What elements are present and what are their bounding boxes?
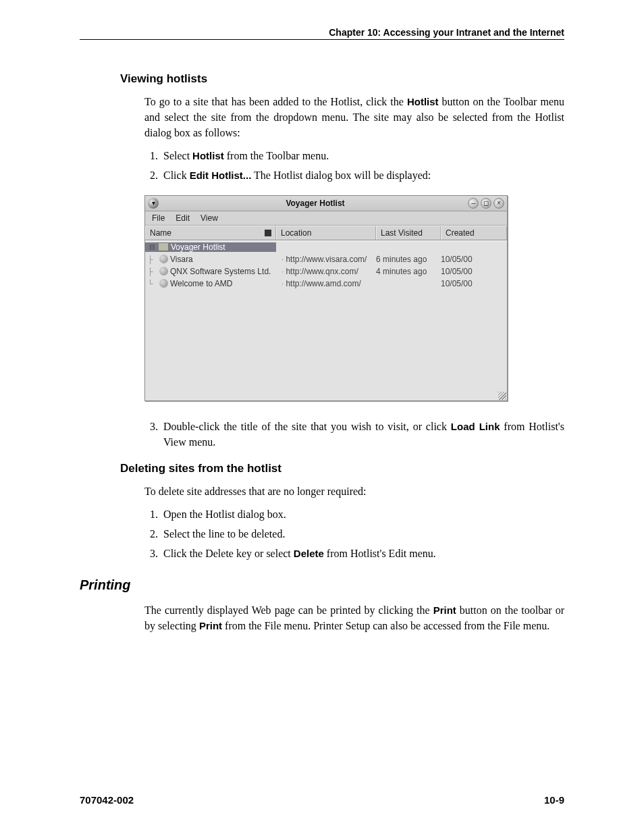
heading-printing: Printing	[80, 577, 564, 593]
del-step-2: Select the line to be deleted.	[161, 526, 564, 542]
menubar: File Edit View	[145, 211, 507, 226]
steps-list-1: Select Hotlist from the Toolbar menu. Cl…	[144, 148, 564, 183]
bold: Delete	[294, 548, 324, 559]
menu-view[interactable]: View	[200, 213, 218, 223]
menu-file[interactable]: File	[152, 213, 165, 223]
text: from the File menu. Printer Setup can al…	[222, 620, 549, 631]
column-sort-icon[interactable]	[265, 230, 271, 236]
del-step-1: Open the Hotlist dialog box.	[161, 506, 564, 522]
item-name: Welcome to AMD	[170, 279, 232, 288]
item-created: 10/05/00	[441, 279, 507, 288]
col-name-label: Name	[150, 228, 171, 238]
item-loc: http://www.amd.com/	[286, 279, 360, 288]
col-created[interactable]: Created	[441, 226, 507, 240]
globe-icon	[159, 279, 168, 288]
tree-branch-icon: └	[148, 280, 157, 288]
minimize-button[interactable]: –	[468, 198, 479, 209]
page-footer: 707042-002 10-9	[80, 794, 564, 806]
page-header: Chapter 10: Accessing your Intranet and …	[80, 27, 564, 40]
text: from the Toolbar menu.	[224, 150, 329, 161]
text: The currently displayed Web page can be …	[144, 604, 433, 616]
steps-list-1b: Double-click the title of the site that …	[144, 419, 564, 450]
titlebar[interactable]: ▾ Voyager Hotlist – ◻ ×	[145, 196, 507, 211]
hotlist-bold: Hotlist	[407, 96, 439, 107]
collapse-icon[interactable]: ⊟	[148, 243, 156, 251]
tree-branch-icon: ├	[148, 255, 157, 263]
bold: Edit Hotlist...	[190, 170, 252, 181]
column-headers: Name Location Last Visited Created	[145, 226, 507, 240]
globe-icon	[159, 267, 168, 276]
app-menu-icon[interactable]: ▾	[148, 198, 159, 209]
text: Double-click the title of the site that …	[163, 421, 451, 432]
resize-grip-icon[interactable]	[498, 392, 506, 400]
step-2: Click Edit Hotlist... The Hotlist dialog…	[161, 167, 564, 183]
col-name[interactable]: Name	[145, 226, 276, 240]
text: from Hotlist's Edit menu.	[324, 548, 436, 559]
list-item[interactable]: └ Welcome to AMD · http://www.amd.com/ 1…	[145, 278, 507, 290]
list-area[interactable]: ⊟ Voyager Hotlist ├ Visara · http://www.…	[145, 240, 507, 400]
item-last: 4 minutes ago	[376, 267, 441, 276]
bold: Print	[433, 604, 456, 616]
item-loc: http://www.qnx.com/	[286, 267, 358, 276]
heading-viewing-hotlists: Viewing hotlists	[120, 72, 564, 86]
text: The Hotlist dialog box will be displayed…	[251, 170, 431, 181]
hotlist-dialog: ▾ Voyager Hotlist – ◻ × File Edit View N…	[144, 195, 508, 401]
bold: Hotlist	[192, 150, 224, 161]
del-step-3: Click the Delete key or select Delete fr…	[161, 546, 564, 561]
item-name: Visara	[170, 255, 193, 264]
footer-right: 10-9	[544, 794, 564, 806]
folder-icon	[158, 242, 169, 251]
col-location[interactable]: Location	[276, 226, 376, 240]
text: To go to a site that has been added to t…	[144, 96, 407, 107]
text: Click	[163, 170, 190, 181]
close-button[interactable]: ×	[493, 198, 504, 209]
bold: Print	[199, 620, 222, 631]
tree-root-row[interactable]: ⊟ Voyager Hotlist	[145, 241, 507, 253]
printing-paragraph: The currently displayed Web page can be …	[144, 602, 564, 633]
deleting-intro: To delete site addresses that are no lon…	[144, 484, 564, 499]
text: Click the Delete key or select	[163, 548, 294, 559]
window-title: Voyager Hotlist	[163, 199, 468, 208]
globe-icon	[159, 255, 168, 263]
item-name: QNX Software Systems Ltd.	[170, 267, 271, 276]
list-item[interactable]: ├ QNX Software Systems Ltd. · http://www…	[145, 265, 507, 278]
list-item[interactable]: ├ Visara · http://www.visara.com/ 6 minu…	[145, 253, 507, 265]
item-created: 10/05/00	[441, 255, 507, 264]
heading-deleting: Deleting sites from the hotlist	[120, 462, 564, 475]
bold: Load Link	[451, 421, 500, 432]
text: Select	[163, 150, 192, 161]
item-created: 10/05/00	[441, 267, 507, 276]
step-1: Select Hotlist from the Toolbar menu.	[161, 148, 564, 163]
steps-list-2: Open the Hotlist dialog box. Select the …	[144, 506, 564, 562]
item-loc: http://www.visara.com/	[286, 255, 367, 264]
tree-branch-icon: ├	[148, 267, 157, 276]
step-3: Double-click the title of the site that …	[161, 419, 564, 450]
maximize-button[interactable]: ◻	[481, 198, 491, 209]
root-label: Voyager Hotlist	[171, 242, 225, 252]
intro-paragraph: To go to a site that has been added to t…	[144, 94, 564, 141]
col-last-visited[interactable]: Last Visited	[376, 226, 441, 240]
menu-edit[interactable]: Edit	[176, 213, 190, 223]
footer-left: 707042-002	[80, 794, 134, 806]
item-last: 6 minutes ago	[376, 255, 441, 264]
